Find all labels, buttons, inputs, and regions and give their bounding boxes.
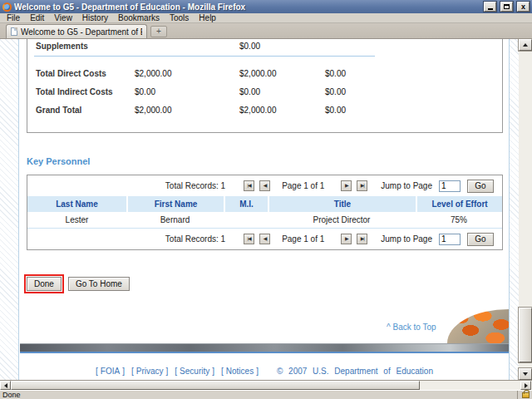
page-right-margin — [509, 39, 519, 380]
bracket: [ — [221, 367, 224, 376]
bracket: ] — [166, 367, 169, 376]
cost-value: $0.00 — [325, 106, 502, 115]
security-lock-icon[interactable] — [522, 392, 530, 398]
restore-button[interactable] — [500, 2, 513, 12]
jump-to-page-input[interactable] — [439, 234, 461, 245]
bracket: ] — [256, 367, 259, 376]
scroll-right-button[interactable] — [520, 381, 531, 390]
prev-page-button[interactable]: ◀ — [259, 180, 270, 191]
close-button[interactable]: x — [517, 2, 530, 12]
footer: [FOIA][Privacy][Security][Notices]© 2007… — [20, 367, 509, 376]
menu-bar: File Edit View History Bookmarks Tools H… — [0, 13, 532, 23]
first-page-button[interactable]: |◀ — [244, 234, 254, 244]
minimize-icon — [488, 8, 493, 10]
cost-value: $0.00 — [239, 42, 325, 51]
action-buttons: Done Go To Home — [24, 274, 130, 293]
costs-summary-box: Supplements $0.00 Total Direct Costs $2,… — [27, 39, 503, 133]
prev-page-button[interactable]: ◀ — [259, 234, 270, 244]
cost-row-supplements: Supplements $0.00 — [27, 42, 502, 51]
status-bar: Done — [0, 390, 532, 399]
tab-welcome-g5[interactable]: Welcome to G5 - Department of Edu... — [6, 24, 147, 38]
pagination-bottom: Total Records: 1 |◀ ◀ Page 1 of 1 ▶ ▶| J… — [27, 229, 502, 249]
back-to-top-link[interactable]: ^ Back to Top — [387, 323, 436, 332]
menu-history[interactable]: History — [77, 13, 113, 23]
menu-tools[interactable]: Tools — [165, 13, 194, 23]
footer-link-foia[interactable]: FOIA — [101, 367, 120, 376]
firefox-icon — [2, 2, 12, 12]
cost-label: Grand Total — [36, 106, 135, 115]
cell-title: Project Director — [268, 212, 416, 228]
menu-help[interactable]: Help — [194, 13, 221, 23]
window-title: Welcome to G5 - Department of Education … — [14, 2, 480, 12]
footer-link-notices[interactable]: Notices — [226, 367, 254, 376]
tab-bar: Welcome to G5 - Department of Edu... + — [0, 23, 532, 39]
menu-view[interactable]: View — [49, 13, 77, 23]
done-button[interactable]: Done — [27, 277, 62, 291]
arrow-right-icon — [525, 383, 528, 388]
jump-to-page-input[interactable] — [439, 180, 461, 192]
total-records-label: Total Records: 1 — [165, 181, 225, 190]
last-page-button[interactable]: ▶| — [357, 234, 367, 244]
cost-label: Total Direct Costs — [36, 69, 135, 78]
scroll-up-button[interactable] — [519, 39, 532, 51]
menu-bookmarks[interactable]: Bookmarks — [113, 13, 165, 23]
scroll-down-button[interactable] — [519, 368, 532, 380]
bracket: [ — [175, 367, 177, 376]
horizontal-scrollbar-thumb[interactable] — [11, 381, 420, 390]
title-bar: Welcome to G5 - Department of Education … — [0, 0, 532, 13]
restore-icon — [504, 4, 510, 9]
cost-label: Total Indirect Costs — [36, 87, 135, 96]
vertical-scrollbar[interactable] — [519, 39, 532, 380]
next-page-button[interactable]: ▶ — [341, 180, 352, 191]
horizontal-scrollbar[interactable] — [0, 380, 532, 390]
tab-title: Welcome to G5 - Department of Edu... — [21, 27, 142, 37]
cost-value: $0.00 — [325, 69, 502, 78]
page-icon — [11, 27, 17, 36]
bracket: ] — [122, 367, 125, 376]
personnel-table-header: Last Name First Name M.I. Title Level of… — [27, 196, 502, 212]
close-icon: x — [521, 3, 525, 11]
arrow-down-icon — [523, 372, 528, 376]
vertical-scrollbar-thumb[interactable] — [519, 308, 532, 362]
page-indicator: Page 1 of 1 — [282, 181, 324, 190]
jump-to-page-label: Jump to Page — [381, 234, 432, 244]
bracket: ] — [212, 367, 214, 376]
cost-value: $2,000.00 — [239, 106, 325, 115]
go-to-home-button[interactable]: Go To Home — [68, 277, 130, 291]
table-row: Lester Bernard Project Director 75% — [27, 212, 502, 229]
header-level-of-effort: Level of Effort — [416, 196, 502, 212]
page-content: Supplements $0.00 Total Direct Costs $2,… — [20, 39, 509, 380]
jump-to-page-label: Jump to Page — [381, 181, 432, 190]
menu-file[interactable]: File — [2, 13, 25, 23]
banner-divider — [20, 352, 509, 353]
banner-strip-image — [20, 343, 509, 352]
cost-value: $2,000.00 — [135, 106, 239, 115]
new-tab-button[interactable]: + — [150, 26, 167, 37]
cost-value: $0.00 — [135, 87, 239, 96]
status-bar-right-panel — [517, 391, 530, 399]
pagination-top: Total Records: 1 |◀ ◀ Page 1 of 1 ▶ ▶| J… — [27, 175, 502, 196]
scroll-left-button[interactable] — [0, 381, 11, 390]
red-highlight-annotation: Done — [24, 274, 64, 293]
chairs-photo — [447, 309, 509, 343]
first-page-button[interactable]: |◀ — [244, 180, 254, 191]
cost-value: $2,000.00 — [239, 69, 325, 78]
last-page-button[interactable]: ▶| — [357, 180, 367, 191]
arrow-up-icon — [523, 43, 528, 47]
footer-link-privacy[interactable]: Privacy — [136, 367, 164, 376]
next-page-button[interactable]: ▶ — [341, 234, 352, 244]
cost-value: $2,000.00 — [135, 69, 239, 78]
menu-edit[interactable]: Edit — [25, 13, 49, 23]
go-button[interactable]: Go — [467, 233, 494, 246]
bracket: [ — [131, 367, 134, 376]
cost-divider — [34, 56, 375, 57]
key-personnel-heading: Key Personnel — [27, 156, 90, 166]
minimize-button[interactable] — [484, 2, 496, 12]
cost-row-total-indirect: Total Indirect Costs $0.00 $0.00 $0.00 — [27, 87, 502, 96]
go-button[interactable]: Go — [467, 180, 494, 193]
browser-window: Welcome to G5 - Department of Education … — [0, 0, 532, 399]
total-records-label: Total Records: 1 — [165, 234, 225, 244]
cell-first-name: Bernard — [126, 212, 224, 228]
header-title: Title — [268, 196, 416, 212]
footer-link-security[interactable]: Security — [180, 367, 209, 376]
